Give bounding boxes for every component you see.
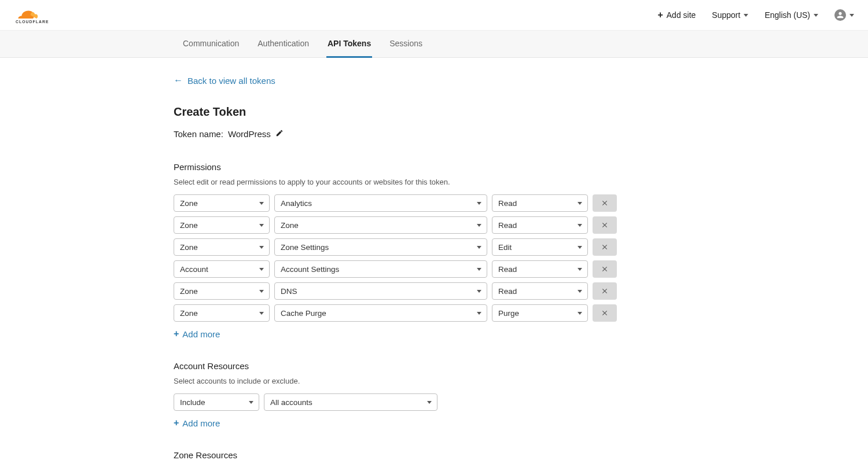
support-menu[interactable]: Support [712, 10, 748, 20]
permission-scope-select[interactable]: Account [174, 260, 270, 278]
select-value: Account [180, 265, 208, 274]
permission-row: ZoneZone SettingsEdit [174, 238, 619, 256]
select-value: Purge [498, 309, 519, 318]
permission-level-select[interactable]: Read [492, 194, 588, 212]
language-menu[interactable]: English (US) [764, 10, 818, 20]
permission-resource-select[interactable]: Zone [274, 216, 487, 234]
delete-permission-button[interactable] [593, 194, 617, 212]
chevron-down-icon [259, 202, 264, 205]
close-icon [601, 265, 609, 273]
token-name-value: WordPress [228, 129, 271, 139]
permission-row: ZoneZoneRead [174, 216, 619, 234]
select-value: Edit [498, 243, 512, 252]
permission-scope-select[interactable]: Zone [174, 304, 270, 322]
permission-level-select[interactable]: Read [492, 216, 588, 234]
delete-permission-button[interactable] [593, 238, 617, 256]
tab-communication[interactable]: Communication [182, 31, 240, 58]
permission-row: ZoneDNSRead [174, 282, 619, 300]
account-value-select[interactable]: All accounts [264, 393, 437, 411]
account-resources-heading: Account Resources [174, 361, 619, 371]
chevron-down-icon [578, 202, 582, 205]
chevron-down-icon [259, 290, 264, 293]
permission-resource-select[interactable]: Cache Purge [274, 304, 487, 322]
permission-row: AccountAccount SettingsRead [174, 260, 619, 278]
add-account-resource-button[interactable]: + Add more [174, 418, 619, 428]
select-value: Zone [180, 199, 198, 208]
add-permission-button[interactable]: + Add more [174, 329, 619, 339]
plus-icon: + [657, 10, 663, 20]
delete-permission-button[interactable] [593, 282, 617, 300]
chevron-down-icon [259, 312, 264, 315]
close-icon [601, 243, 609, 251]
edit-token-name-button[interactable] [275, 129, 284, 139]
permission-level-select[interactable]: Read [492, 282, 588, 300]
close-icon [601, 287, 609, 295]
arrow-left-icon: ← [174, 75, 183, 86]
chevron-down-icon [259, 246, 264, 249]
select-value: Zone Settings [281, 243, 329, 252]
cloudflare-logo[interactable]: CLOUDFLARE [14, 6, 69, 24]
permissions-heading: Permissions [174, 162, 619, 172]
select-value: Zone [180, 243, 198, 252]
chevron-down-icon [578, 312, 582, 315]
sub-nav: CommunicationAuthenticationAPI TokensSes… [0, 31, 868, 58]
permission-scope-select[interactable]: Zone [174, 282, 270, 300]
add-site-label: Add site [667, 10, 696, 20]
select-value: Cache Purge [281, 309, 326, 318]
permission-level-select[interactable]: Read [492, 260, 588, 278]
language-label: English (US) [764, 10, 810, 20]
chevron-down-icon [249, 401, 253, 404]
chevron-down-icon [744, 14, 748, 17]
chevron-down-icon [477, 224, 481, 227]
account-menu[interactable] [834, 9, 854, 21]
chevron-down-icon [477, 268, 481, 271]
plus-icon: + [174, 329, 179, 339]
chevron-down-icon [578, 246, 582, 249]
plus-icon: + [174, 418, 179, 428]
avatar-icon [834, 9, 846, 21]
select-value: Read [498, 265, 517, 274]
top-bar: CLOUDFLARE + Add site Support English (U… [0, 0, 868, 31]
chevron-down-icon [477, 246, 481, 249]
permission-resource-select[interactable]: DNS [274, 282, 487, 300]
permission-row: ZoneCache PurgePurge [174, 304, 619, 322]
chevron-down-icon [259, 268, 264, 271]
close-icon [601, 309, 609, 317]
support-label: Support [712, 10, 740, 20]
delete-permission-button[interactable] [593, 304, 617, 322]
permission-scope-select[interactable]: Zone [174, 216, 270, 234]
delete-permission-button[interactable] [593, 260, 617, 278]
chevron-down-icon [477, 202, 481, 205]
select-value: Zone [180, 309, 198, 318]
add-site-button[interactable]: + Add site [657, 10, 696, 20]
select-value: DNS [281, 287, 297, 296]
tab-api-tokens[interactable]: API Tokens [326, 31, 372, 58]
back-link[interactable]: ← Back to view all tokens [174, 75, 619, 86]
permissions-desc: Select edit or read permissions to apply… [174, 178, 619, 186]
page-title: Create Token [174, 105, 619, 119]
permission-scope-select[interactable]: Zone [174, 238, 270, 256]
permission-level-select[interactable]: Edit [492, 238, 588, 256]
tab-authentication[interactable]: Authentication [256, 31, 310, 58]
chevron-down-icon [578, 224, 582, 227]
select-value: Zone [180, 221, 198, 230]
select-value: Zone [180, 287, 198, 296]
permission-level-select[interactable]: Purge [492, 304, 588, 322]
token-name-label: Token name: [174, 129, 223, 139]
permission-row: ZoneAnalyticsRead [174, 194, 619, 212]
account-resources-desc: Select accounts to include or exclude. [174, 377, 619, 385]
permission-resource-select[interactable]: Zone Settings [274, 238, 487, 256]
tab-sessions[interactable]: Sessions [388, 31, 424, 58]
select-value: Zone [281, 221, 299, 230]
back-link-label: Back to view all tokens [187, 76, 275, 86]
account-include-select[interactable]: Include [174, 393, 259, 411]
delete-permission-button[interactable] [593, 216, 617, 234]
permission-resource-select[interactable]: Analytics [274, 194, 487, 212]
select-value: Include [180, 398, 205, 407]
chevron-down-icon [427, 401, 432, 404]
chevron-down-icon [849, 14, 854, 17]
permission-scope-select[interactable]: Zone [174, 194, 270, 212]
permission-resource-select[interactable]: Account Settings [274, 260, 487, 278]
chevron-down-icon [814, 14, 818, 17]
add-more-label: Add more [182, 418, 220, 428]
